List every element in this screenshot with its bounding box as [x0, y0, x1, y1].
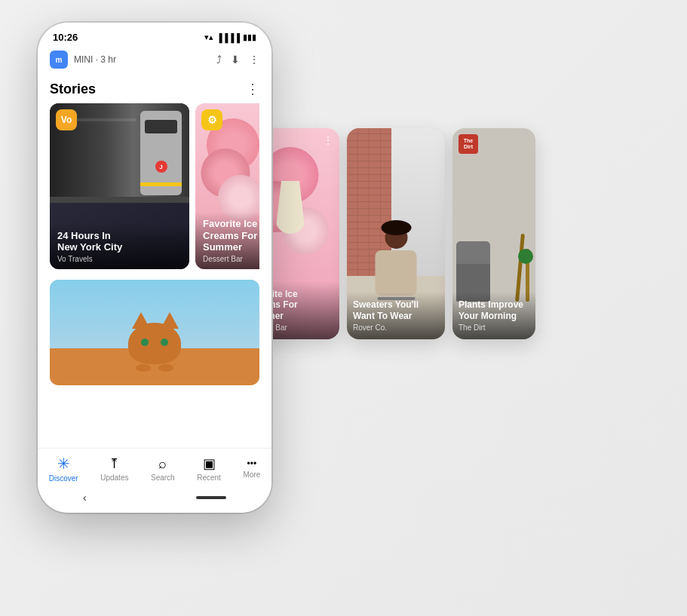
status-bar: 10:26 ▾▴ ▐▐▐▐ ▮▮▮	[38, 23, 271, 48]
app-letter: m	[56, 56, 63, 64]
cat-image	[50, 280, 259, 385]
plants-ext-overlay: Plants Improve Your Morning The Dirt	[452, 292, 535, 339]
nav-updates[interactable]: ⤒ Updates	[100, 455, 128, 482]
icecream-card-title: Favorite Ice Creams For Summer	[203, 218, 259, 253]
plants-ext-source: The Dirt	[459, 323, 529, 332]
train-visual: J	[140, 111, 182, 195]
ext-card-sweater[interactable]: r Sweaters You'll Want To Wear Rover	[347, 128, 445, 339]
nav-more[interactable]: ••• More	[243, 458, 260, 479]
story-card-nyc[interactable]: J Vo 24 Hours InNew York City	[50, 103, 189, 269]
stories-section: Stories ⋮ J	[38, 75, 271, 274]
scene: 10:26 ▾▴ ▐▐▐▐ ▮▮▮ m MINI · 3 hr ⤴	[0, 0, 687, 616]
phone-bottom-bar: ‹	[38, 486, 271, 513]
icecream-ext-menu[interactable]: ⋮	[323, 134, 333, 146]
wifi-icon: ▾▴	[204, 32, 213, 42]
expanded-cards-container: ⚙ ⋮ Favorite Ice Creams For Summer Desse…	[241, 128, 535, 339]
sweater-ext-title: Sweaters You'll Want To Wear	[353, 299, 439, 321]
sweater-ext-overlay: Sweaters You'll Want To Wear Rover Co.	[347, 292, 445, 339]
ext-card-plants[interactable]: TheDirt Plants Improve Your Morning The …	[452, 128, 535, 339]
top-bar-actions: ⤴ ⬇ ⋮	[216, 54, 259, 66]
home-pill[interactable]	[196, 496, 226, 499]
back-button[interactable]: ‹	[83, 492, 87, 504]
updates-label: Updates	[100, 473, 128, 482]
signal-icon: ▐▐▐▐	[216, 33, 240, 42]
plants-ext-title: Plants Improve Your Morning	[459, 299, 529, 321]
icecream-card-overlay: Favorite Ice Creams For Summer Dessert B…	[195, 212, 259, 269]
discover-label: Discover	[49, 474, 78, 483]
icecream-card-source: Dessert Bar	[203, 255, 259, 263]
stories-title: Stories	[50, 81, 96, 97]
nyc-card-source: Vo Travels	[57, 255, 182, 263]
cat-card[interactable]	[50, 280, 259, 385]
updates-icon: ⤒	[109, 455, 120, 472]
nav-recent[interactable]: ▣ Recent	[197, 455, 221, 482]
person-silhouette	[372, 226, 421, 302]
phone-shell: 10:26 ▾▴ ▐▐▐▐ ▮▮▮ m MINI · 3 hr ⤴	[38, 23, 271, 513]
sweater-ext-source: Rover Co.	[353, 323, 439, 332]
plant-visual	[518, 249, 533, 264]
app-badge: m	[50, 51, 68, 69]
discover-icon: ✳	[57, 455, 70, 473]
stories-more-icon[interactable]: ⋮	[246, 81, 259, 97]
status-time: 10:26	[53, 32, 78, 43]
nav-discover[interactable]: ✳ Discover	[49, 455, 78, 483]
recent-icon: ▣	[203, 455, 216, 472]
story-cards-row: J Vo 24 Hours InNew York City	[50, 103, 259, 269]
recent-label: Recent	[197, 473, 221, 482]
content-area	[38, 274, 271, 448]
stories-header: Stories ⋮	[50, 81, 259, 97]
share-icon[interactable]: ⤴	[216, 54, 222, 66]
bottom-nav: ✳ Discover ⤒ Updates ⌕ Search ▣ Recent •…	[38, 448, 271, 486]
plants-ext-logo: TheDirt	[459, 134, 478, 154]
nyc-card-logo: Vo	[56, 109, 77, 130]
battery-icon: ▮▮▮	[243, 32, 256, 42]
app-label: MINI · 3 hr	[74, 54, 210, 65]
more-icon: •••	[247, 458, 257, 469]
nav-search[interactable]: ⌕ Search	[151, 456, 175, 482]
search-label: Search	[151, 473, 175, 482]
more-icon[interactable]: ⋮	[249, 54, 259, 66]
status-icons: ▾▴ ▐▐▐▐ ▮▮▮	[204, 32, 256, 42]
more-label: More	[243, 470, 260, 479]
top-bar: m MINI · 3 hr ⤴ ⬇ ⋮	[38, 48, 271, 75]
nyc-card-title: 24 Hours InNew York City	[57, 230, 182, 253]
download-icon[interactable]: ⬇	[231, 54, 240, 66]
story-card-icecream[interactable]: ⚙ Favorite Ice Creams For Summer Dessert…	[195, 103, 259, 269]
search-icon: ⌕	[158, 456, 167, 472]
icecream-card-logo: ⚙	[201, 109, 222, 130]
nyc-card-overlay: 24 Hours InNew York City Vo Travels	[50, 224, 189, 269]
